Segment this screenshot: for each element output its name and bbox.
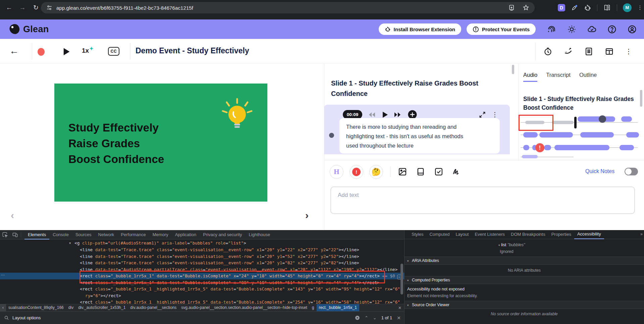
important-label-button[interactable]: ! (350, 165, 363, 179)
device-toolbar-icon[interactable] (12, 232, 18, 238)
bubble-marker-dot[interactable] (599, 115, 606, 123)
a11y-tree-node[interactable]: ▾ list "bubbles" (405, 242, 644, 248)
browser-reload-icon[interactable]: ↻ (32, 3, 40, 12)
extension-d-icon[interactable]: D (558, 4, 565, 11)
tab-properties[interactable]: Properties (548, 230, 574, 239)
prev-slide-chevron[interactable]: ‹ (7, 210, 17, 221)
breadcrumb-item[interactable]: svg.audio-panel__section.section.audio-p… (179, 304, 310, 311)
record-button[interactable] (38, 48, 45, 56)
clear-search-icon[interactable] (355, 315, 360, 320)
code-scrollbar[interactable] (400, 264, 403, 294)
tab-privacy-and-security[interactable]: Privacy and security (200, 230, 245, 239)
dom-node[interactable]: <line data-test="Trace.trace" class="eve… (0, 253, 404, 260)
history-timer-icon[interactable] (543, 47, 552, 56)
tab-computed[interactable]: Computed (426, 230, 452, 239)
flashcard-icon[interactable] (416, 167, 425, 176)
panel-scrollbar[interactable] (512, 65, 514, 74)
audio-bubble[interactable] (554, 145, 609, 150)
tab-lighthouse[interactable]: Lighthouse (246, 230, 274, 239)
heading-label-button[interactable]: H (330, 165, 343, 179)
player-menu-icon[interactable]: ⋮ (492, 110, 498, 119)
chrome-menu-icon[interactable]: ⋮ (637, 6, 641, 9)
scribble-pen-icon[interactable] (451, 167, 461, 176)
node-more-actions[interactable]: ⋯ (1, 273, 5, 277)
help-icon[interactable] (607, 25, 616, 34)
tab-dom-breakpoints[interactable]: DOM Breakpoints (508, 230, 548, 239)
bookmark-star-icon[interactable] (523, 4, 529, 11)
tab-styles[interactable]: Styles (409, 230, 426, 239)
glean-logo[interactable]: Glean (9, 23, 49, 35)
more-menu-icon[interactable]: ⋮ (625, 47, 632, 56)
note-input[interactable]: Add text (330, 186, 635, 214)
transcript-card[interactable]: There is more to studying than rereading… (339, 118, 500, 154)
audio-bubble[interactable] (523, 145, 529, 150)
playback-speed[interactable]: 1x✦ (82, 47, 93, 54)
back-arrow-icon[interactable]: ← (9, 46, 19, 56)
eyedropper-icon[interactable] (571, 4, 578, 11)
expand-button[interactable] (479, 110, 486, 119)
protect-events-button[interactable]: Protect Your Events (467, 23, 536, 35)
tab-accessibility[interactable]: Accessibility (574, 230, 604, 239)
fast-forward-button[interactable] (393, 110, 402, 119)
error-marker-icon[interactable]: ! (535, 143, 544, 152)
magic-sparkle-icon[interactable] (564, 47, 573, 56)
computed-properties-section-header[interactable]: ▾Computed Properties (405, 276, 644, 284)
source-order-viewer-section-header[interactable]: ▾Source Order Viewer (405, 301, 644, 309)
breadcrumb-scroll-left[interactable]: ‹ (0, 304, 6, 312)
account-icon[interactable] (628, 25, 637, 34)
layout-panel-icon[interactable] (605, 47, 614, 56)
browser-back-icon[interactable]: ← (5, 3, 13, 12)
captions-button[interactable]: CC (108, 47, 119, 56)
search-close-icon[interactable]: ✕ (397, 315, 401, 321)
audio-bubble[interactable] (626, 132, 639, 138)
tab-event-listeners[interactable]: Event Listeners (472, 230, 508, 239)
extensions-puzzle-icon[interactable] (584, 4, 591, 11)
next-slide-chevron[interactable]: › (302, 210, 312, 221)
breadcrumb-item[interactable]: g (310, 304, 317, 311)
player-play-button[interactable] (382, 110, 388, 119)
theme-sun-icon[interactable] (567, 25, 576, 34)
install-extension-button[interactable]: Install Browser Extension (379, 23, 461, 35)
install-app-icon[interactable] (508, 4, 515, 11)
breadcrumb-item[interactable]: div._autoScroller_1x53h_1 (76, 304, 128, 311)
audio-bubble[interactable] (522, 155, 538, 158)
audio-bubble[interactable] (523, 132, 538, 138)
tab-sources[interactable]: Sources (72, 230, 95, 239)
tab-console[interactable]: Console (49, 230, 72, 239)
play-button[interactable] (62, 47, 70, 56)
tab-network[interactable]: Network (95, 230, 118, 239)
omnibox[interactable]: app.glean.co/event/b6f63755-f911-4be2-bc… (41, 2, 535, 13)
notes-document-icon[interactable] (584, 47, 593, 56)
url-text[interactable]: app.glean.co/event/b6f63755-f911-4be2-bc… (56, 5, 193, 11)
task-checkbox-icon[interactable] (434, 167, 443, 176)
fingerprint-icon[interactable] (547, 25, 556, 34)
cloud-sync-icon[interactable] (587, 25, 596, 34)
breadcrumb-close-icon[interactable]: ✕ (395, 306, 404, 310)
breadcrumb-item[interactable]: rect._bubble_1rr5x_1 (317, 304, 359, 311)
rewind-button[interactable] (368, 110, 376, 119)
breadcrumb-item[interactable]: div.audio-panel__sections (128, 304, 179, 311)
dom-node[interactable]: <line data-test="Trace.trace" class="eve… (0, 247, 404, 253)
more-tabs-icon[interactable]: » (640, 232, 643, 236)
audio-bubble[interactable] (620, 145, 634, 150)
audio-panel-scrollbar[interactable] (640, 90, 642, 107)
dom-node[interactable]: <rect class="_bubble_1rr5x_1 _highlighte… (0, 299, 404, 304)
playhead[interactable] (574, 117, 577, 128)
dom-node[interactable]: ry="6"></rect> (0, 292, 404, 299)
insert-image-icon[interactable] (398, 167, 407, 176)
dom-node[interactable]: <rect class="_bubble_1rr5x_1 _highlighte… (0, 286, 404, 292)
search-next-icon[interactable]: ⌄ (373, 315, 377, 320)
search-query[interactable]: Layout options (12, 315, 41, 320)
breadcrumb-item[interactable]: div (66, 304, 76, 311)
audio-bubble[interactable] (580, 132, 614, 138)
audio-bubble[interactable] (539, 132, 573, 138)
tab-application[interactable]: Application (172, 230, 200, 239)
dom-node[interactable]: ▼<g clip-path="url(#AudioStream1)" aria-… (0, 240, 404, 247)
profile-avatar[interactable]: M (623, 3, 632, 12)
breadcrumb-item[interactable]: sualisationContent_89q6y_166 (6, 304, 66, 311)
review-label-button[interactable]: 🤔 (369, 165, 383, 179)
audio-bubble[interactable] (552, 121, 574, 124)
tab-performance[interactable]: Performance (117, 230, 149, 239)
inspect-element-icon[interactable] (2, 232, 8, 238)
quick-notes-toggle[interactable] (625, 168, 638, 175)
